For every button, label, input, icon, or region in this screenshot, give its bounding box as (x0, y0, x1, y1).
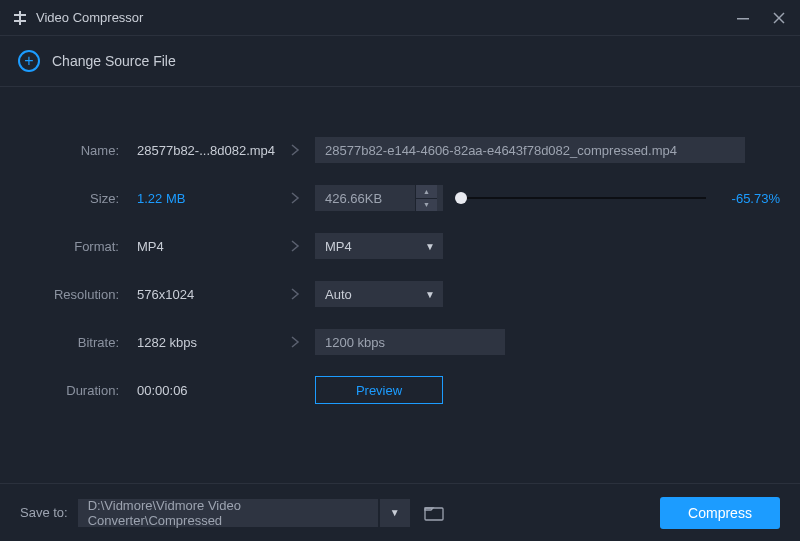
app-icon (12, 10, 28, 26)
name-output-input[interactable] (315, 137, 745, 163)
open-folder-button[interactable] (422, 503, 446, 523)
titlebar: Video Compressor (0, 0, 800, 36)
footer: Save to: D:\Vidmore\Vidmore Video Conver… (0, 483, 800, 541)
change-source-label: Change Source File (52, 53, 176, 69)
format-original: MP4 (125, 239, 275, 254)
save-to-label: Save to: (20, 505, 68, 520)
format-label: Format: (20, 239, 125, 254)
row-duration: Duration: 00:00:06 Preview (20, 377, 780, 403)
svg-rect-2 (19, 11, 21, 25)
chevron-right-icon (275, 335, 315, 349)
row-name: Name: 28577b82-...8d082.mp4 (20, 137, 780, 163)
size-slider[interactable] (457, 197, 706, 199)
plus-icon: + (18, 50, 40, 72)
minimize-button[interactable] (734, 9, 752, 27)
duration-value: 00:00:06 (125, 383, 275, 398)
duration-label: Duration: (20, 383, 125, 398)
size-step-up[interactable]: ▲ (416, 185, 437, 199)
change-source-row[interactable]: + Change Source File (0, 36, 800, 87)
size-slider-thumb[interactable] (455, 192, 467, 204)
save-path-text: D:\Vidmore\Vidmore Video Converter\Compr… (88, 498, 368, 528)
compress-button[interactable]: Compress (660, 497, 780, 529)
size-label: Size: (20, 191, 125, 206)
size-output-spinner[interactable]: ▲ ▼ (315, 185, 443, 211)
row-format: Format: MP4 MP4 ▼ (20, 233, 780, 259)
bitrate-original: 1282 kbps (125, 335, 275, 350)
bitrate-output-input[interactable] (315, 329, 505, 355)
chevron-right-icon (275, 287, 315, 301)
format-selected: MP4 (325, 239, 352, 254)
chevron-down-icon: ▼ (425, 289, 435, 300)
resolution-select[interactable]: Auto ▼ (315, 281, 443, 307)
svg-rect-3 (737, 18, 749, 20)
size-original: 1.22 MB (125, 191, 275, 206)
resolution-original: 576x1024 (125, 287, 275, 302)
resolution-selected: Auto (325, 287, 352, 302)
name-original: 28577b82-...8d082.mp4 (125, 143, 275, 158)
window-title: Video Compressor (36, 10, 143, 25)
size-reduction: -65.73% (720, 191, 780, 206)
size-step-down[interactable]: ▼ (416, 199, 437, 212)
form-area: Name: 28577b82-...8d082.mp4 Size: 1.22 M… (0, 87, 800, 403)
save-path-dropdown[interactable]: ▼ (380, 499, 410, 527)
chevron-right-icon (275, 143, 315, 157)
chevron-right-icon (275, 239, 315, 253)
row-bitrate: Bitrate: 1282 kbps (20, 329, 780, 355)
close-button[interactable] (770, 9, 788, 27)
size-output-input[interactable] (315, 185, 415, 211)
row-size: Size: 1.22 MB ▲ ▼ -65.73% (20, 185, 780, 211)
row-resolution: Resolution: 576x1024 Auto ▼ (20, 281, 780, 307)
chevron-right-icon (275, 191, 315, 205)
preview-button[interactable]: Preview (315, 376, 443, 404)
resolution-label: Resolution: (20, 287, 125, 302)
chevron-down-icon: ▼ (425, 241, 435, 252)
name-label: Name: (20, 143, 125, 158)
format-select[interactable]: MP4 ▼ (315, 233, 443, 259)
save-path-field[interactable]: D:\Vidmore\Vidmore Video Converter\Compr… (78, 499, 378, 527)
bitrate-label: Bitrate: (20, 335, 125, 350)
